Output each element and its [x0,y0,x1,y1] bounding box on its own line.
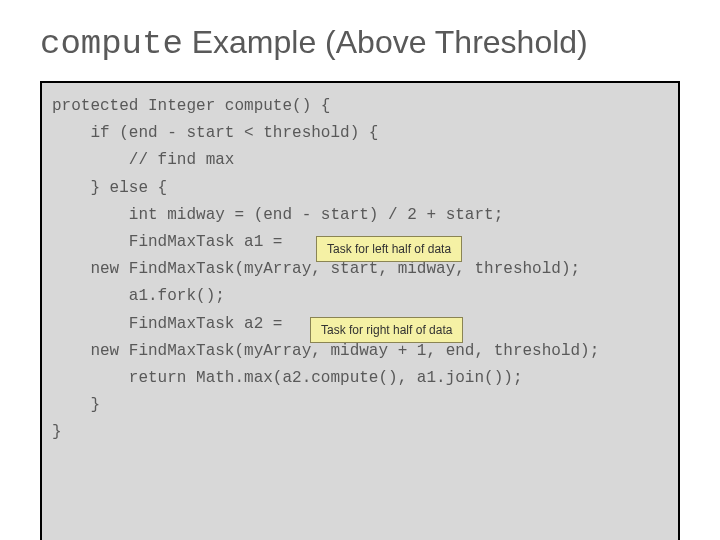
code-line: int midway = (end - start) / 2 + start; [52,202,668,229]
code-line: return Math.max(a2.compute(), a1.join())… [52,365,668,392]
code-block: protected Integer compute() { if (end - … [40,81,680,540]
code-line: } [52,419,668,446]
slide-title: compute Example (Above Threshold) [40,24,680,63]
callout-right-half: Task for right half of data [310,317,463,343]
title-rest: Example (Above Threshold) [183,24,588,60]
code-line: a1.fork(); [52,283,668,310]
code-line: // find max [52,147,668,174]
code-line: } [52,392,668,419]
code-line: } else { [52,175,668,202]
slide: compute Example (Above Threshold) protec… [0,0,720,540]
title-mono: compute [40,25,183,63]
callout-left-half: Task for left half of data [316,236,462,262]
code-line: protected Integer compute() { [52,93,668,120]
code-line: if (end - start < threshold) { [52,120,668,147]
